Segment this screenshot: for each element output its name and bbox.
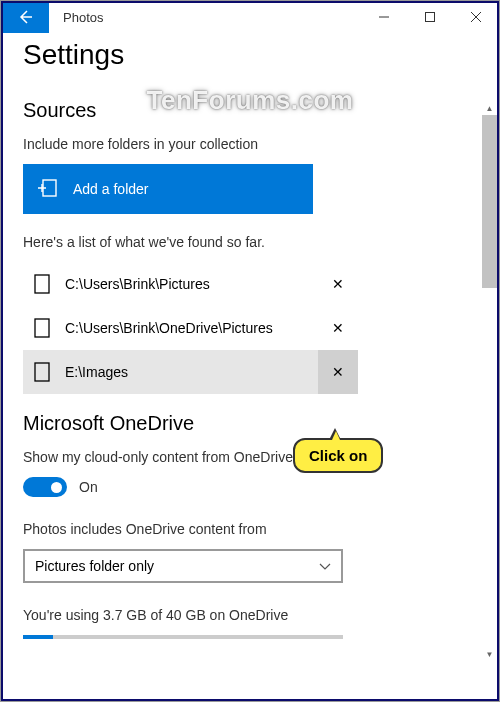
callout-annotation: Click on — [293, 438, 383, 473]
remove-folder-button[interactable]: ✕ — [318, 306, 358, 350]
add-folder-icon — [37, 177, 59, 202]
folder-icon — [23, 362, 61, 382]
folder-path: E:\Images — [61, 364, 318, 380]
back-button[interactable] — [1, 1, 49, 33]
svg-rect-3 — [35, 319, 49, 337]
add-folder-label: Add a folder — [73, 181, 149, 197]
content-area: Sources Include more folders in your col… — [1, 99, 499, 659]
svg-rect-0 — [426, 13, 435, 22]
page-title: Settings — [1, 33, 499, 87]
window-controls — [361, 1, 499, 33]
remove-folder-button[interactable]: ✕ — [318, 262, 358, 306]
usage-progress-fill — [23, 635, 53, 639]
sources-heading: Sources — [23, 99, 477, 122]
onedrive-toggle[interactable] — [23, 477, 67, 497]
folder-list-text: Here's a list of what we've found so far… — [23, 234, 477, 250]
folder-path: C:\Users\Brink\Pictures — [61, 276, 318, 292]
scrollbar[interactable]: ▲ ▼ — [482, 101, 497, 661]
remove-folder-button[interactable]: ✕ — [318, 350, 358, 394]
onedrive-heading: Microsoft OneDrive — [23, 412, 477, 435]
arrow-left-icon — [16, 8, 34, 26]
folder-list: C:\Users\Brink\Pictures ✕ C:\Users\Brink… — [23, 262, 477, 394]
folder-icon — [23, 318, 61, 338]
svg-rect-4 — [35, 363, 49, 381]
scroll-up-icon[interactable]: ▲ — [482, 101, 497, 115]
maximize-button[interactable] — [407, 1, 453, 33]
folder-icon — [23, 274, 61, 294]
onedrive-show-text: Show my cloud-only content from OneDrive — [23, 449, 477, 465]
usage-text: You're using 3.7 GB of 40 GB on OneDrive — [23, 607, 477, 623]
scroll-down-icon[interactable]: ▼ — [482, 647, 497, 661]
toggle-state-label: On — [79, 479, 98, 495]
titlebar: Photos — [1, 1, 499, 33]
include-folders-text: Include more folders in your collection — [23, 136, 477, 152]
folder-row[interactable]: C:\Users\Brink\Pictures ✕ — [23, 262, 358, 306]
scroll-thumb[interactable] — [482, 115, 497, 288]
svg-rect-2 — [35, 275, 49, 293]
toggle-row: On — [23, 477, 477, 497]
chevron-down-icon — [319, 558, 331, 574]
add-folder-button[interactable]: Add a folder — [23, 164, 313, 214]
minimize-button[interactable] — [361, 1, 407, 33]
usage-progress-bar — [23, 635, 343, 639]
toggle-knob — [51, 482, 62, 493]
storage-usage: You're using 3.7 GB of 40 GB on OneDrive — [23, 607, 477, 639]
close-button[interactable] — [453, 1, 499, 33]
onedrive-includes-text: Photos includes OneDrive content from — [23, 521, 477, 537]
folder-row[interactable]: E:\Images ✕ — [23, 350, 358, 394]
onedrive-content-dropdown[interactable]: Pictures folder only — [23, 549, 343, 583]
dropdown-value: Pictures folder only — [35, 558, 154, 574]
folder-path: C:\Users\Brink\OneDrive\Pictures — [61, 320, 318, 336]
app-title: Photos — [49, 10, 361, 25]
folder-row[interactable]: C:\Users\Brink\OneDrive\Pictures ✕ — [23, 306, 358, 350]
